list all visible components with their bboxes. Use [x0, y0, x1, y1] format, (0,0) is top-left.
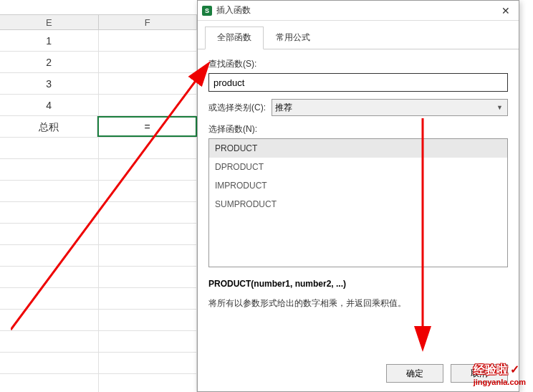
table-row: [0, 374, 197, 392]
table-row: [0, 159, 197, 181]
cell[interactable]: [99, 288, 198, 309]
cell[interactable]: [99, 52, 198, 72]
cell[interactable]: [99, 202, 198, 223]
table-row: [0, 181, 197, 202]
cell-selected[interactable]: =: [97, 116, 197, 137]
cell[interactable]: [0, 374, 99, 392]
cell[interactable]: [0, 159, 99, 180]
table-row: [0, 310, 197, 331]
col-header-e[interactable]: E: [0, 15, 99, 29]
cell[interactable]: [99, 267, 198, 287]
watermark-text: 经验啦: [474, 363, 508, 376]
cell[interactable]: [0, 181, 99, 201]
category-label: 或选择类别(C):: [208, 102, 266, 114]
column-headers: E F: [0, 14, 197, 30]
cell[interactable]: [99, 30, 198, 51]
watermark: 经验啦✓ jingyanla.com: [474, 363, 526, 386]
tab-all-functions[interactable]: 全部函数: [205, 27, 264, 49]
col-header-f[interactable]: F: [99, 15, 198, 29]
table-row: [0, 224, 197, 245]
table-row: 总积 =: [0, 116, 197, 138]
cell[interactable]: [99, 95, 198, 115]
table-row: 4: [0, 95, 197, 116]
function-signature: PRODUCT(number1, number2, ...): [208, 279, 508, 289]
insert-function-dialog: S 插入函数 ✕ 全部函数 常用公式 查找函数(S): 或选择类别(C): 推荐…: [197, 0, 519, 392]
titlebar: S 插入函数 ✕: [198, 1, 519, 21]
select-function-label: 选择函数(N):: [208, 123, 508, 135]
cell[interactable]: [99, 181, 198, 201]
category-value: 推荐: [275, 102, 292, 114]
cell[interactable]: [0, 138, 99, 158]
tab-common-formulas[interactable]: 常用公式: [264, 27, 322, 49]
ok-button[interactable]: 确定: [386, 364, 443, 383]
table-row: [0, 245, 197, 267]
cell[interactable]: [99, 159, 198, 180]
dialog-buttons: 确定 取消: [198, 364, 519, 391]
cell[interactable]: [99, 310, 198, 330]
spreadsheet: E F 1 2 3 4 总积 =: [0, 14, 197, 392]
cell[interactable]: [0, 202, 99, 223]
cell[interactable]: [99, 138, 198, 158]
cell[interactable]: [0, 245, 99, 266]
dialog-content: 查找函数(S): 或选择类别(C): 推荐 选择函数(N): PRODUCT D…: [198, 49, 519, 361]
table-row: [0, 267, 197, 288]
table-row: [0, 331, 197, 353]
cell[interactable]: [99, 245, 198, 266]
app-icon: S: [202, 6, 212, 16]
table-row: [0, 202, 197, 224]
cell[interactable]: [99, 353, 198, 373]
category-row: 或选择类别(C): 推荐: [208, 99, 508, 116]
cell[interactable]: [0, 288, 99, 309]
dialog-title: 插入函数: [216, 4, 497, 16]
list-item[interactable]: IMPRODUCT: [209, 176, 507, 195]
table-row: [0, 138, 197, 159]
cell[interactable]: [0, 331, 99, 352]
cell[interactable]: [0, 267, 99, 287]
cell[interactable]: [99, 73, 198, 94]
list-item[interactable]: PRODUCT: [209, 139, 507, 158]
cell[interactable]: [0, 310, 99, 330]
table-row: 2: [0, 52, 197, 73]
category-select[interactable]: 推荐: [272, 99, 508, 116]
cell[interactable]: 总积: [0, 116, 97, 137]
rows: 1 2 3 4 总积 =: [0, 30, 197, 392]
cell[interactable]: [99, 224, 198, 244]
close-icon[interactable]: ✕: [497, 2, 514, 19]
cell[interactable]: [0, 224, 99, 244]
search-label: 查找函数(S):: [208, 58, 508, 70]
table-row: 3: [0, 73, 197, 95]
table-row: [0, 353, 197, 374]
list-item[interactable]: DPRODUCT: [209, 158, 507, 176]
check-icon: ✓: [510, 363, 519, 376]
watermark-url: jingyanla.com: [474, 378, 526, 386]
table-row: [0, 288, 197, 310]
function-list[interactable]: PRODUCT DPRODUCT IMPRODUCT SUMPRODUCT: [208, 138, 508, 267]
function-description: 将所有以参数形式给出的数字相乘，并返回乘积值。: [208, 297, 508, 310]
search-input[interactable]: [208, 73, 508, 92]
cell[interactable]: 1: [0, 30, 99, 51]
cell[interactable]: [99, 331, 198, 352]
cell[interactable]: 2: [0, 52, 99, 72]
cell[interactable]: [0, 353, 99, 373]
tabs: 全部函数 常用公式: [198, 21, 519, 49]
cell[interactable]: [99, 374, 198, 392]
table-row: 1: [0, 30, 197, 52]
cell[interactable]: 3: [0, 73, 99, 94]
list-item[interactable]: SUMPRODUCT: [209, 195, 507, 214]
cell[interactable]: 4: [0, 95, 99, 115]
